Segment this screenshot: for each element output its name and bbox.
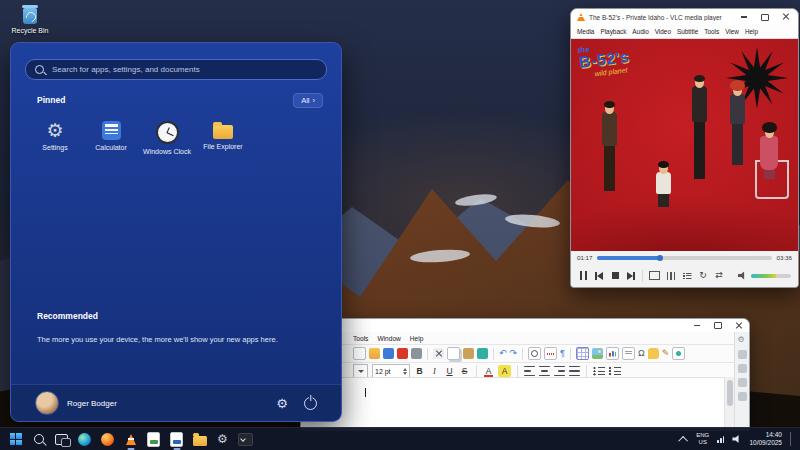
- volume-icon[interactable]: [738, 271, 747, 280]
- menu-window[interactable]: Window: [377, 335, 400, 342]
- bullet-list-button[interactable]: [593, 366, 605, 376]
- close-icon[interactable]: [780, 12, 792, 22]
- underline-button[interactable]: U: [444, 365, 455, 377]
- document-canvas[interactable]: [301, 377, 725, 431]
- taskbar-calc-button[interactable]: [144, 429, 163, 450]
- shuffle-button[interactable]: ⇄: [714, 269, 724, 283]
- menu-tools[interactable]: Tools: [353, 335, 368, 342]
- redo-icon[interactable]: ↷: [510, 349, 518, 358]
- strikethrough-button[interactable]: S: [459, 365, 470, 377]
- power-icon[interactable]: [304, 397, 317, 410]
- menu-media[interactable]: Media: [577, 28, 594, 35]
- formatting-marks-icon[interactable]: ¶: [560, 349, 565, 358]
- menu-help[interactable]: Help: [410, 335, 424, 342]
- insert-textbox-icon[interactable]: [622, 347, 635, 360]
- insert-chart-icon[interactable]: [606, 347, 619, 360]
- fullscreen-button[interactable]: [649, 269, 660, 283]
- user-name[interactable]: Roger Bodger: [67, 399, 117, 408]
- styles-panel-icon[interactable]: [738, 364, 747, 373]
- justify-button[interactable]: [569, 365, 580, 377]
- menu-help[interactable]: Help: [745, 28, 758, 35]
- taskbar-firefox-button[interactable]: [98, 429, 117, 450]
- next-button[interactable]: [626, 269, 636, 283]
- navigator-panel-icon[interactable]: [738, 392, 747, 401]
- tray-overflow-chevron-icon[interactable]: [678, 435, 688, 445]
- menu-playback[interactable]: Playback: [600, 28, 626, 35]
- pinned-app-calculator[interactable]: Calculator: [83, 115, 139, 161]
- insert-table-icon[interactable]: [576, 347, 589, 360]
- start-search-box[interactable]: [25, 59, 327, 80]
- italic-button[interactable]: I: [429, 365, 440, 377]
- network-icon[interactable]: [717, 435, 724, 443]
- export-pdf-icon[interactable]: [397, 348, 408, 359]
- loop-button[interactable]: ↻: [698, 269, 708, 283]
- menu-subtitle[interactable]: Subtitle: [677, 28, 698, 35]
- taskbar-writer-button[interactable]: [167, 429, 186, 450]
- video-area-album-art[interactable]: the B-52's wild planet: [571, 39, 798, 251]
- menu-tools[interactable]: Tools: [704, 28, 719, 35]
- writer-window[interactable]: Tools Window Help ↶ ↷ ¶ Ω ✎ 12 pt: [300, 318, 750, 431]
- speaker-icon[interactable]: [732, 435, 741, 444]
- menu-video[interactable]: Video: [655, 28, 671, 35]
- task-view-button[interactable]: [52, 429, 71, 450]
- vlc-titlebar[interactable]: The B-52's - Private Idaho - VLC media p…: [571, 9, 798, 25]
- align-right-button[interactable]: [554, 365, 565, 377]
- settings-gear-icon[interactable]: ⚙: [276, 397, 288, 410]
- scrollbar-thumb[interactable]: [727, 380, 733, 406]
- find-replace-icon[interactable]: [528, 347, 541, 360]
- vlc-window[interactable]: The B-52's - Private Idaho - VLC media p…: [570, 8, 799, 288]
- previous-button[interactable]: [594, 269, 604, 283]
- font-name-combo[interactable]: [353, 364, 368, 378]
- all-apps-button[interactable]: All ›: [293, 93, 323, 108]
- spelling-icon[interactable]: [544, 347, 557, 360]
- highlight-color-button[interactable]: A: [498, 365, 511, 377]
- clock-date-widget[interactable]: 14:40 10/09/2025: [749, 431, 782, 447]
- bold-button[interactable]: B: [414, 365, 425, 377]
- maximize-icon[interactable]: [759, 12, 771, 22]
- basic-shapes-icon[interactable]: [672, 347, 685, 360]
- volume-slider[interactable]: [751, 274, 791, 278]
- pinned-app-file-explorer[interactable]: File Explorer: [195, 115, 251, 161]
- pinned-app-windows-clock[interactable]: Windows Clock: [139, 115, 195, 161]
- playlist-button[interactable]: [682, 269, 692, 283]
- track-changes-icon[interactable]: ✎: [662, 349, 670, 358]
- properties-panel-icon[interactable]: [738, 350, 747, 359]
- search-input[interactable]: [50, 64, 317, 75]
- open-icon[interactable]: [369, 348, 380, 359]
- language-indicator[interactable]: ENG US: [696, 432, 709, 446]
- font-size-spinner[interactable]: [403, 368, 407, 375]
- align-left-button[interactable]: [524, 365, 535, 377]
- taskbar-search-button[interactable]: [29, 429, 48, 450]
- taskbar-vlc-button[interactable]: [121, 429, 140, 450]
- gallery-panel-icon[interactable]: [738, 378, 747, 387]
- start-button[interactable]: [6, 429, 25, 450]
- taskbar-settings-button[interactable]: ⚙: [213, 429, 232, 450]
- copy-icon[interactable]: [447, 347, 460, 360]
- stop-button[interactable]: [610, 269, 620, 283]
- taskbar-edge-button[interactable]: [75, 429, 94, 450]
- maximize-icon[interactable]: [712, 321, 724, 331]
- paste-icon[interactable]: [463, 348, 474, 359]
- print-icon[interactable]: [411, 348, 422, 359]
- minimize-icon[interactable]: [691, 321, 703, 331]
- extended-settings-button[interactable]: [666, 269, 676, 283]
- taskbar-file-explorer-button[interactable]: [190, 429, 209, 450]
- show-desktop-button[interactable]: [790, 432, 794, 446]
- pause-button[interactable]: [578, 269, 588, 283]
- font-color-button[interactable]: A: [483, 365, 494, 377]
- menu-audio[interactable]: Audio: [632, 28, 648, 35]
- insert-image-icon[interactable]: [592, 348, 603, 359]
- special-character-icon[interactable]: Ω: [638, 349, 645, 358]
- recycle-bin-shortcut[interactable]: Recycle Bin: [8, 8, 52, 34]
- clone-formatting-icon[interactable]: [477, 348, 488, 359]
- seek-slider[interactable]: [597, 256, 771, 260]
- minimize-icon[interactable]: [738, 12, 750, 22]
- numbered-list-button[interactable]: [609, 366, 621, 376]
- user-avatar[interactable]: [35, 391, 59, 415]
- save-icon[interactable]: [383, 348, 394, 359]
- cut-icon[interactable]: [433, 348, 444, 359]
- align-center-button[interactable]: [539, 365, 550, 377]
- font-size-combo[interactable]: 12 pt: [372, 364, 410, 378]
- insert-comment-icon[interactable]: [648, 348, 659, 359]
- undo-icon[interactable]: ↶: [499, 349, 507, 358]
